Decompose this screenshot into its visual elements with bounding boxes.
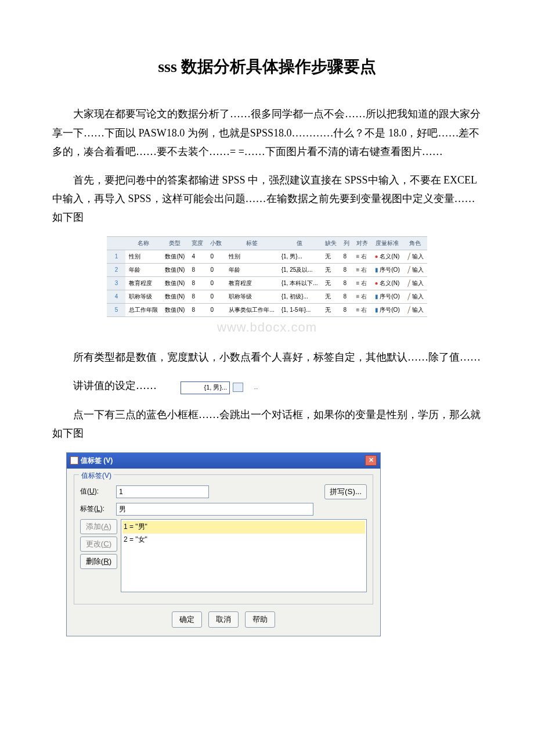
- table-cell: 无: [322, 290, 340, 303]
- close-icon[interactable]: ✕: [365, 455, 377, 466]
- value-cell-ellipsis-button[interactable]: ...: [233, 383, 243, 392]
- table-cell-role: ╲ 输入: [403, 263, 427, 276]
- value-cell-chip[interactable]: {1, 男}...: [181, 381, 230, 394]
- nominal-icon: ●: [375, 280, 378, 286]
- header-measure: 度量标准: [371, 236, 403, 250]
- help-button[interactable]: 帮助: [245, 611, 275, 628]
- table-cell: 2: [107, 263, 125, 276]
- table-cell: 8: [188, 303, 207, 316]
- spell-button[interactable]: 拼写(S)...: [324, 484, 367, 499]
- ok-button[interactable]: 确定: [172, 611, 202, 628]
- dialog-titlebar: 值标签 (V) ✕: [67, 453, 380, 469]
- ordinal-icon: ▮: [375, 267, 378, 273]
- table-cell: 无: [322, 276, 340, 290]
- label-label: 标签(L):: [80, 503, 113, 516]
- table-cell: 数值(N): [161, 303, 188, 316]
- paragraph-types: 所有类型都是数值，宽度默认，小数点看个人喜好，标签自定，其他默认……除了值……: [52, 348, 482, 366]
- table-cell: 0: [207, 263, 225, 276]
- header-columns: 列: [340, 236, 353, 250]
- table-cell: 8: [188, 290, 207, 303]
- table-row: 1性别数值(N)40性别{1, 男}...无8≡ 右● 名义(N)╲ 输入: [107, 250, 427, 263]
- paragraph-step1: 首先，要把问卷中的答案都输进 SPSS 中，强烈建议直接在 SPSS中输入，不要…: [52, 171, 482, 227]
- table-cell: 8: [188, 276, 207, 290]
- value-labels-listbox[interactable]: 1 = "男" 2 = "女": [121, 519, 367, 592]
- watermark: www.bdocx.com: [52, 316, 482, 339]
- table-cell-measure: ▮ 序号(O): [371, 303, 403, 316]
- table-cell: 4: [188, 250, 207, 263]
- table-cell: 0: [207, 303, 225, 316]
- table-cell: {1, 初级}...: [278, 290, 322, 303]
- table-cell-measure: ▮ 序号(O): [371, 290, 403, 303]
- table-cell: 4: [107, 290, 125, 303]
- change-button[interactable]: 更改(C): [80, 537, 117, 552]
- table-cell: 无: [322, 263, 340, 276]
- table-cell: {1, 1-5年}...: [278, 303, 322, 316]
- table-cell-align: ≡ 右: [353, 276, 371, 290]
- input-role-icon: ╲: [403, 278, 413, 288]
- table-cell: 总工作年限: [125, 303, 161, 316]
- table-row: 2年龄数值(N)80年龄{1, 25及以...无8≡ 右▮ 序号(O)╲ 输入: [107, 263, 427, 276]
- paragraph-click-instruction: 点一下有三点的蓝色小框框……会跳出一个对话框，如果你的变量是性别，学历，那么就如…: [52, 405, 482, 443]
- table-cell: 8: [340, 303, 353, 316]
- page-title: sss 数据分析具体操作步骤要点: [52, 52, 482, 81]
- table-cell: 性别: [125, 250, 161, 263]
- table-cell-measure: ● 名义(N): [371, 276, 403, 290]
- value-labels-dialog: 值标签 (V) ✕ 值标签(V) 值(U): 拼写(S)... 标签(L):: [66, 452, 381, 637]
- table-cell: 0: [207, 250, 225, 263]
- table-cell-measure: ● 名义(N): [371, 250, 403, 263]
- table-cell: 8: [340, 276, 353, 290]
- table-cell-align: ≡ 右: [353, 263, 371, 276]
- table-cell: 8: [340, 250, 353, 263]
- table-cell-role: ╲ 输入: [403, 303, 427, 316]
- table-cell: 8: [188, 263, 207, 276]
- table-cell: 0: [207, 276, 225, 290]
- add-button[interactable]: 添加(A): [80, 519, 117, 534]
- table-cell: 1: [107, 250, 125, 263]
- table-cell-role: ╲ 输入: [403, 290, 427, 303]
- table-cell: 年龄: [225, 263, 277, 276]
- table-cell: 数值(N): [161, 290, 188, 303]
- value-labels-fieldset: 值标签(V) 值(U): 拼写(S)... 标签(L): 添加(A): [74, 474, 373, 604]
- table-cell-align: ≡ 右: [353, 290, 371, 303]
- input-role-icon: ╲: [403, 305, 413, 315]
- header-values: 值: [278, 236, 322, 250]
- fieldset-legend: 值标签(V): [79, 470, 114, 483]
- table-cell: 性别: [225, 250, 277, 263]
- input-role-icon: ╲: [403, 251, 413, 261]
- table-cell-role: ╲ 输入: [403, 276, 427, 290]
- table-cell: 教育程度: [125, 276, 161, 290]
- list-item[interactable]: 1 = "男": [122, 521, 365, 534]
- table-cell: 从事类似工作年...: [225, 303, 277, 316]
- header-width: 宽度: [188, 236, 207, 250]
- paragraph-intro: 大家现在都要写论文的数据分析了……很多同学都一点不会……所以把我知道的跟大家分享…: [52, 105, 482, 161]
- header-rownum: [107, 236, 125, 250]
- value-input[interactable]: [116, 485, 209, 498]
- table-row: 4职称等级数值(N)80职称等级{1, 初级}...无8≡ 右▮ 序号(O)╲ …: [107, 290, 427, 303]
- table-cell: 无: [322, 303, 340, 316]
- table-cell: {1, 25及以...: [278, 263, 322, 276]
- table-row: 5总工作年限数值(N)80从事类似工作年...{1, 1-5年}...无8≡ 右…: [107, 303, 427, 316]
- delete-button[interactable]: 删除(R): [80, 554, 117, 569]
- header-role: 角色: [403, 236, 427, 250]
- header-missing: 缺失: [322, 236, 340, 250]
- paragraph-value-setting: 讲讲值的设定…… {1, 男}... ...: [52, 376, 482, 396]
- dialog-title-text: 值标签 (V): [81, 455, 113, 467]
- value-setting-text: 讲讲值的设定……: [73, 380, 157, 391]
- nominal-icon: ●: [375, 253, 378, 260]
- variable-view-table: 名称 类型 宽度 小数 标签 值 缺失 列 对齐 度量标准 角色 1性别数值(N…: [107, 236, 427, 317]
- header-decimals: 小数: [207, 236, 225, 250]
- table-cell: 职称等级: [225, 290, 277, 303]
- table-cell-role: ╲ 输入: [403, 250, 427, 263]
- table-cell: 3: [107, 276, 125, 290]
- ordinal-icon: ▮: [375, 293, 378, 300]
- cancel-button[interactable]: 取消: [208, 611, 239, 628]
- table-cell: 年龄: [125, 263, 161, 276]
- table-cell: 教育程度: [225, 276, 277, 290]
- label-input[interactable]: [116, 503, 313, 516]
- table-cell: 职称等级: [125, 290, 161, 303]
- table-cell: 8: [340, 290, 353, 303]
- table-cell: 0: [207, 290, 225, 303]
- header-type: 类型: [161, 236, 188, 250]
- list-item[interactable]: 2 = "女": [122, 534, 365, 546]
- table-cell-measure: ▮ 序号(O): [371, 263, 403, 276]
